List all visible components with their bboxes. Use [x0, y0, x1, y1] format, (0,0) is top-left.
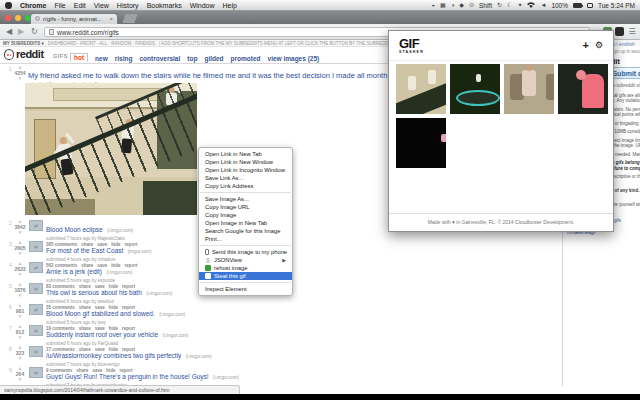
downvote-arrow[interactable]: ▼: [18, 76, 23, 81]
menu-item-copy-image[interactable]: Copy Image: [199, 211, 292, 219]
tab-close-icon[interactable]: ×: [109, 16, 113, 22]
downvote-arrow[interactable]: ▼: [18, 356, 23, 361]
top-bar-links[interactable]: DASHBOARD - FRONT - ALL - RANDOM - FRIEN…: [48, 41, 155, 46]
menu-history[interactable]: History: [117, 2, 139, 9]
gif-stasher-extension-icon[interactable]: [615, 27, 624, 36]
volume-icon[interactable]: ◄: [540, 2, 546, 8]
tab-gilded[interactable]: gilded: [204, 55, 223, 62]
tab-rising[interactable]: rising: [115, 55, 133, 62]
post-domain[interactable]: (i.imgur.com): [107, 228, 133, 233]
menu-item-rehost-image[interactable]: rehost image: [199, 264, 292, 272]
gif-thumbnail-stairs[interactable]: [396, 64, 446, 114]
post-title-link[interactable]: Blood Moon eclipse: [46, 226, 103, 233]
new-tab-button[interactable]: [123, 14, 138, 23]
settings-gear-icon[interactable]: ⚙: [595, 40, 603, 51]
post-thumbnail[interactable]: gif: [29, 283, 43, 294]
reload-button[interactable]: ↻: [31, 27, 38, 37]
gif-thumbnail-pink-hoodie[interactable]: [558, 64, 608, 114]
menu-file[interactable]: File: [54, 2, 65, 9]
dropbox-icon[interactable]: ◆: [459, 2, 464, 8]
post-thumbnail[interactable]: gif: [29, 346, 43, 357]
post-thumbnail[interactable]: gif: [29, 220, 43, 231]
post-title-link[interactable]: My friend asked me to walk down the stai…: [28, 71, 389, 80]
menu-help[interactable]: Help: [223, 2, 237, 9]
back-button[interactable]: ◀: [6, 27, 12, 37]
add-gif-button[interactable]: +: [582, 40, 588, 51]
menu-item-steal-this-gif[interactable]: Steal this gif: [199, 272, 292, 280]
close-window-button[interactable]: [5, 15, 11, 21]
post-domain[interactable]: (imgur.com): [128, 249, 152, 254]
menu-edit[interactable]: Edit: [74, 2, 86, 9]
menu-item-send-to-phone[interactable]: Send this image to my phone: [199, 248, 292, 256]
menu-clock[interactable]: Tue 5:24 PM: [598, 2, 635, 9]
menu-item-search-google-image[interactable]: Search Google for this Image: [199, 227, 292, 235]
post-title-link[interactable]: /u/Wrasslormonkey combines two gifs perf…: [46, 352, 181, 359]
downvote-arrow[interactable]: ▼: [18, 272, 23, 277]
shift-menu-item[interactable]: Shift: [479, 2, 492, 9]
apple-icon[interactable]: [5, 2, 12, 9]
menu-item-save-link-as[interactable]: Save Link As...: [199, 174, 292, 182]
post-domain[interactable]: (i.imgur.com): [186, 354, 212, 359]
tab-promoted[interactable]: promoted: [231, 55, 261, 62]
reddit-wordmark[interactable]: reddit: [16, 48, 44, 60]
minimize-window-button[interactable]: [15, 15, 21, 21]
keyboard-icon[interactable]: ▦: [440, 2, 446, 8]
post-domain[interactable]: (i.imgur.com): [162, 333, 188, 338]
post-title-link[interactable]: For most of the East Coast: [46, 247, 123, 254]
menu-app-name[interactable]: Chrome: [20, 2, 46, 9]
menu-item-copy-image-url[interactable]: Copy Image URL: [199, 203, 292, 211]
reddit-alien-logo-icon[interactable]: [4, 49, 14, 60]
sync-icon[interactable]: ↻: [497, 2, 502, 8]
menu-item-save-image-as[interactable]: Save Image As...: [199, 195, 292, 203]
menu-item-jsonview[interactable]: {}JSONView▶: [199, 256, 292, 264]
menu-item-open-link-new-tab[interactable]: Open Link in New Tab: [199, 150, 292, 158]
menu-item-open-link-new-window[interactable]: Open Link in New Window: [199, 158, 292, 166]
menu-item-open-link-incognito[interactable]: Open Link in Incognito Window: [199, 166, 292, 174]
spaces-icon[interactable]: [587, 3, 593, 8]
tab-new[interactable]: new: [95, 55, 108, 62]
tab-top[interactable]: top: [187, 55, 197, 62]
tab-hot[interactable]: hot: [70, 53, 88, 62]
gif-thumbnail-jacket[interactable]: [504, 64, 554, 114]
post-domain[interactable]: (i.imgur.com): [213, 375, 239, 380]
chrome-menu-icon[interactable]: ☰: [627, 27, 637, 36]
menu-bookmarks[interactable]: Bookmarks: [147, 2, 182, 9]
post-thumbnail[interactable]: gif: [29, 304, 43, 315]
moon-icon[interactable]: ☾: [507, 2, 512, 8]
post-title-link[interactable]: Suddenly instant roof over your vehicle: [46, 331, 158, 338]
post-thumbnail[interactable]: gif: [29, 241, 43, 252]
post-domain[interactable]: (i.imgur.com): [146, 291, 172, 296]
downvote-arrow[interactable]: ▼: [18, 314, 23, 319]
menu-item-inspect-element[interactable]: Inspect Element: [199, 285, 292, 293]
post-domain[interactable]: (i.imgur.com): [106, 270, 132, 275]
post-title-link[interactable]: Guys! Guys! Run! There's a penguin in th…: [46, 373, 209, 380]
flux-icon[interactable]: ◑: [451, 2, 455, 8]
tab-controversial[interactable]: controversial: [139, 55, 180, 62]
display-icon[interactable]: ◒: [431, 2, 435, 8]
menu-view[interactable]: View: [94, 2, 109, 9]
gif-thumbnail-trampoline[interactable]: [450, 64, 500, 114]
post-thumbnail[interactable]: gif: [29, 262, 43, 273]
menu-item-copy-link-address[interactable]: Copy Link Address: [199, 182, 292, 190]
post-title-link[interactable]: Blood Moon gif stabilized and slowed.: [46, 310, 155, 317]
lock-icon[interactable]: ⊙: [469, 2, 474, 8]
tab-view-images[interactable]: view images (25): [268, 55, 320, 62]
battery-icon[interactable]: [573, 3, 582, 8]
my-subreddits-dropdown[interactable]: MY SUBREDDITS ▾: [3, 41, 44, 46]
browser-tab[interactable]: r/gifs - funny, animat... ×: [30, 13, 118, 25]
post-title-link[interactable]: Arnie is a jerk (edit): [46, 268, 102, 275]
subreddit-name[interactable]: GIFS: [53, 53, 68, 59]
downvote-arrow[interactable]: ▼: [18, 251, 23, 256]
post-thumbnail[interactable]: gif: [29, 325, 43, 336]
downvote-arrow[interactable]: ▼: [18, 230, 23, 235]
downvote-arrow[interactable]: ▼: [18, 293, 23, 298]
menu-item-print[interactable]: Print...: [199, 235, 292, 243]
post-thumbnail[interactable]: gif: [29, 367, 43, 378]
expanded-gif-image[interactable]: [25, 83, 197, 215]
gif-thumbnail-black[interactable]: [396, 118, 446, 168]
wifi-icon[interactable]: [527, 2, 535, 8]
forward-button[interactable]: ▶: [18, 27, 24, 37]
downvote-arrow[interactable]: ▼: [18, 377, 23, 382]
menu-item-open-image-new-tab[interactable]: Open Image in New Tab: [199, 219, 292, 227]
post-domain[interactable]: (i.imgur.com): [159, 312, 185, 317]
